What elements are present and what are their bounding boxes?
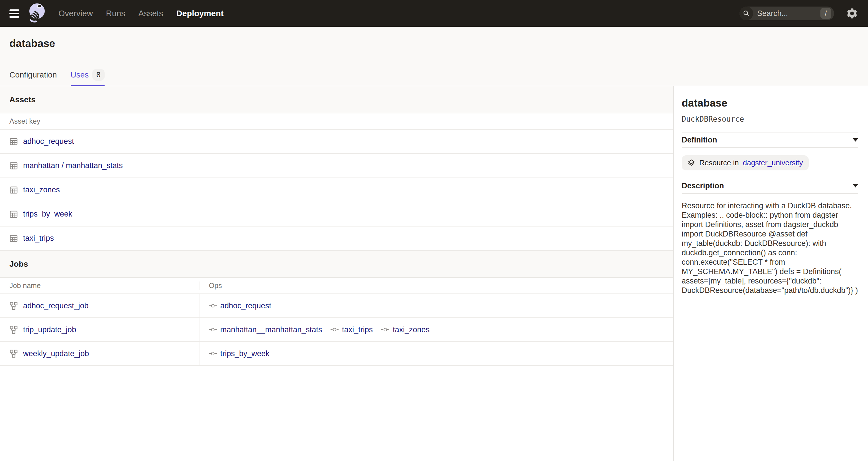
asset-table-icon xyxy=(9,210,18,218)
jobs-column-headers: Job name Ops xyxy=(0,278,673,294)
job-sitemap-icon xyxy=(9,326,18,334)
asset-link[interactable]: adhoc_request xyxy=(23,137,74,146)
dagster-app: Overview Runs Assets Deployment / xyxy=(0,0,868,461)
topnav-right: / xyxy=(740,6,859,20)
op-icon xyxy=(381,327,389,332)
caret-down-icon xyxy=(852,184,858,187)
page-header: database Configuration Uses 8 xyxy=(0,27,868,86)
definition-section-label: Definition xyxy=(682,135,717,145)
tab-bar: Configuration Uses 8 xyxy=(0,69,868,86)
asset-table-icon xyxy=(9,234,18,243)
nav-item-assets[interactable]: Assets xyxy=(138,9,163,18)
nav-item-runs[interactable]: Runs xyxy=(106,9,125,18)
table-row: adhoc_request xyxy=(0,130,673,154)
tab-uses[interactable]: Uses 8 xyxy=(71,69,104,86)
tab-configuration-label: Configuration xyxy=(9,70,57,80)
description-section-label: Description xyxy=(682,182,724,190)
job-name-column-header: Job name xyxy=(0,281,199,290)
primary-nav: Overview Runs Assets Deployment xyxy=(58,9,224,18)
asset-table-icon xyxy=(9,137,18,146)
definition-section-content: Resource in dagster_university xyxy=(682,148,858,178)
top-nav: Overview Runs Assets Deployment / xyxy=(0,0,868,27)
op-link[interactable]: taxi_zones xyxy=(393,326,429,334)
op-icon xyxy=(209,303,217,308)
panel-title: database xyxy=(682,97,858,109)
content: Assets Asset key adhoc_request xyxy=(0,86,868,461)
table-row: weekly_update_job trips_by_week xyxy=(0,342,673,366)
resource-description: Resource for interacting with a DuckDB d… xyxy=(682,194,858,295)
code-location-link[interactable]: dagster_university xyxy=(743,158,803,167)
job-link[interactable]: weekly_update_job xyxy=(23,349,89,358)
resource-origin-prefix: Resource in xyxy=(699,158,739,167)
job-link[interactable]: adhoc_request_job xyxy=(23,302,89,310)
op-link[interactable]: taxi_trips xyxy=(342,326,373,334)
op-icon xyxy=(331,327,339,332)
op-icon xyxy=(209,327,217,332)
table-row: trip_update_job manhattan__manhattan_sta… xyxy=(0,318,673,342)
asset-key-column-header: Asset key xyxy=(0,117,40,125)
job-sitemap-icon xyxy=(9,349,18,358)
assets-column-headers: Asset key xyxy=(0,114,673,130)
jobs-section-header: Jobs xyxy=(0,251,673,278)
resource-detail-panel: database DuckDBResource Definition Resou… xyxy=(674,86,868,461)
caret-down-icon xyxy=(852,138,858,142)
asset-table-icon xyxy=(9,161,18,170)
search-shortcut-badge: / xyxy=(820,8,831,19)
assets-section-title: Assets xyxy=(9,95,36,104)
asset-table-icon xyxy=(9,186,18,194)
op-link[interactable]: manhattan__manhattan_stats xyxy=(220,326,322,334)
tab-configuration[interactable]: Configuration xyxy=(9,69,57,86)
menu-icon[interactable] xyxy=(9,9,19,18)
search-input[interactable] xyxy=(757,9,820,18)
tab-uses-label: Uses xyxy=(71,70,89,80)
asset-link[interactable]: manhattan / manhattan_stats xyxy=(23,161,123,170)
dagster-logo-icon[interactable] xyxy=(28,2,46,25)
search-icon xyxy=(740,6,753,20)
assets-section-header: Assets xyxy=(0,86,673,114)
table-row: adhoc_request_job adhoc_request xyxy=(0,294,673,318)
asset-link[interactable]: trips_by_week xyxy=(23,210,72,218)
resource-origin-badge: Resource in dagster_university xyxy=(682,155,809,171)
layers-icon xyxy=(687,159,695,167)
table-row: trips_by_week xyxy=(0,202,673,226)
nav-item-overview[interactable]: Overview xyxy=(58,9,93,18)
table-row: manhattan / manhattan_stats xyxy=(0,154,673,178)
op-link[interactable]: trips_by_week xyxy=(220,349,270,358)
page-title: database xyxy=(0,27,868,50)
op-icon xyxy=(209,351,217,356)
uses-main: Assets Asset key adhoc_request xyxy=(0,86,674,461)
op-link[interactable]: adhoc_request xyxy=(220,302,271,310)
job-link[interactable]: trip_update_job xyxy=(23,326,76,334)
tab-uses-count-badge: 8 xyxy=(92,69,104,81)
asset-link[interactable]: taxi_trips xyxy=(23,234,54,243)
ops-column-header: Ops xyxy=(199,281,673,290)
description-section-header[interactable]: Description xyxy=(682,178,858,194)
definition-section-header[interactable]: Definition xyxy=(682,132,858,148)
search-bar[interactable]: / xyxy=(740,6,834,20)
job-sitemap-icon xyxy=(9,302,18,310)
settings-gear-icon[interactable] xyxy=(845,7,859,20)
nav-item-deployment[interactable]: Deployment xyxy=(176,9,224,18)
table-row: taxi_trips xyxy=(0,226,673,251)
panel-resource-type: DuckDBResource xyxy=(682,115,858,123)
jobs-section-title: Jobs xyxy=(9,259,28,269)
asset-link[interactable]: taxi_zones xyxy=(23,185,60,194)
table-row: taxi_zones xyxy=(0,178,673,202)
